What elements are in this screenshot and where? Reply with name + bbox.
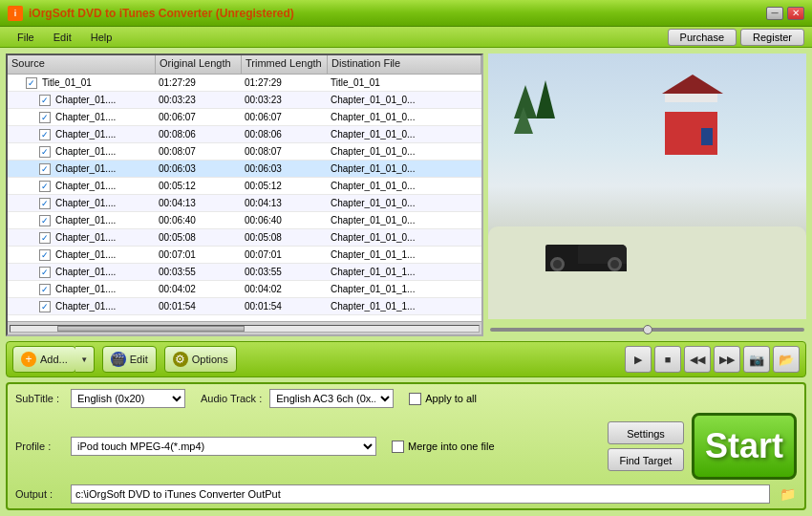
cell-source: ✓ Chapter_01.... (8, 111, 156, 124)
col-header-trim: Trimmed Length (242, 55, 328, 74)
subtitle-select[interactable]: English (0x20) (71, 389, 185, 408)
subtitle-label: SubTitle : (15, 393, 63, 404)
cell-orig: 00:04:13 (156, 197, 242, 209)
cell-trim: 00:03:23 (242, 94, 328, 106)
camera-button[interactable]: 📷 (743, 346, 770, 373)
cell-trim: 00:04:13 (242, 197, 328, 209)
play-button[interactable]: ▶ (625, 346, 652, 373)
start-button[interactable]: Start (692, 413, 797, 480)
cell-source: ✓ Chapter_01.... (8, 214, 156, 227)
row-checkbox[interactable]: ✓ (39, 267, 51, 278)
cell-orig: 00:08:06 (156, 128, 242, 140)
register-button[interactable]: Register (740, 29, 804, 46)
stop-button[interactable]: ■ (654, 346, 681, 373)
file-list-header: Source Original Length Trimmed Length Di… (8, 55, 481, 75)
purchase-button[interactable]: Purchase (668, 29, 737, 46)
row-checkbox[interactable]: ✓ (39, 249, 51, 261)
cell-dest: Chapter_01_01_0... (328, 162, 481, 175)
table-row[interactable]: ✓ Chapter_01.... 00:03:23 00:03:23 Chapt… (8, 92, 481, 109)
cell-dest: Chapter_01_01_1... (328, 266, 481, 278)
add-dropdown-button[interactable]: ▼ (75, 346, 95, 373)
next-button[interactable]: ▶▶ (714, 346, 740, 373)
edit-button[interactable]: 🎬 Edit (102, 346, 157, 373)
merge-checkbox[interactable] (392, 441, 404, 453)
cell-orig: 00:07:01 (156, 248, 242, 261)
table-row[interactable]: ✓ Chapter_01.... 00:05:08 00:05:08 Chapt… (8, 229, 481, 247)
col-header-dest: Distination File (328, 55, 481, 74)
settings-button[interactable]: Settings (608, 421, 684, 444)
hscroll-thumb[interactable] (57, 326, 245, 332)
cell-source: ✓ Chapter_01.... (8, 283, 156, 296)
output-folder-icon[interactable]: 📁 (778, 484, 797, 504)
minimize-button[interactable]: ─ (766, 7, 783, 20)
folder-button[interactable]: 📂 (773, 346, 800, 373)
row-checkbox[interactable]: ✓ (39, 181, 51, 192)
row-checkbox[interactable]: ✓ (39, 232, 51, 244)
cell-dest: Title_01_01 (328, 76, 481, 89)
profile-select[interactable]: iPod touch MPEG-4(*.mp4) (71, 437, 376, 456)
table-row[interactable]: ✓ Chapter_01.... 00:08:06 00:08:06 Chapt… (8, 126, 481, 143)
row-checkbox[interactable]: ✓ (39, 146, 51, 158)
file-list-body[interactable]: ✓ Title_01_01 01:27:29 01:27:29 Title_01… (8, 75, 481, 321)
app-title: iOrgSoft DVD to iTunes Converter (Unregi… (29, 7, 762, 20)
menu-help[interactable]: Help (81, 30, 122, 45)
close-button[interactable]: ✕ (787, 7, 804, 20)
cell-dest: Chapter_01_01_1... (328, 283, 481, 295)
preview-thumb[interactable] (643, 325, 652, 334)
row-checkbox[interactable]: ✓ (39, 95, 51, 106)
preview-area (488, 54, 806, 336)
row-checkbox[interactable]: ✓ (39, 215, 51, 226)
cell-dest: Chapter_01_01_0... (328, 111, 481, 123)
options-button[interactable]: ⚙ Options (164, 346, 237, 373)
cell-dest: Chapter_01_01_0... (328, 128, 481, 140)
table-row[interactable]: ✓ Chapter_01.... 00:04:02 00:04:02 Chapt… (8, 281, 481, 298)
cell-orig: 00:03:55 (156, 266, 242, 278)
prev-button[interactable]: ◀◀ (684, 346, 711, 373)
apply-to-all-checkbox[interactable] (409, 393, 421, 405)
cell-orig: 00:03:23 (156, 94, 242, 106)
output-input[interactable] (71, 484, 770, 504)
cell-orig: 00:06:40 (156, 214, 242, 226)
audio-label: Audio Track : (201, 393, 262, 404)
cell-source: ✓ Chapter_01.... (8, 197, 156, 210)
col-header-source: Source (8, 55, 156, 74)
apply-to-all-area: Apply to all (409, 393, 477, 405)
row-checkbox[interactable]: ✓ (39, 163, 51, 175)
cell-trim: 00:03:55 (242, 266, 328, 278)
table-row[interactable]: ✓ Chapter_01.... 00:04:13 00:04:13 Chapt… (8, 195, 481, 212)
preview-track[interactable] (490, 328, 804, 332)
audio-select[interactable]: English AC3 6ch (0x... (269, 389, 394, 408)
row-checkbox[interactable]: ✓ (39, 129, 51, 140)
apply-to-all-label: Apply to all (425, 393, 477, 404)
table-row[interactable]: ✓ Chapter_01.... 00:01:54 00:01:54 Chapt… (8, 298, 481, 315)
cell-orig: 01:27:29 (156, 76, 242, 89)
cell-dest: Chapter_01_01_0... (328, 231, 481, 244)
cell-dest: Chapter_01_01_0... (328, 145, 481, 158)
row-checkbox[interactable]: ✓ (39, 198, 51, 209)
row-checkbox[interactable]: ✓ (26, 77, 37, 89)
table-row[interactable]: ✓ Chapter_01.... 00:06:03 00:06:03 Chapt… (8, 161, 481, 178)
menu-file[interactable]: File (8, 30, 44, 45)
row-checkbox[interactable]: ✓ (39, 112, 51, 123)
add-button[interactable]: + Add... (12, 346, 76, 373)
find-target-button[interactable]: Find Target (608, 448, 684, 471)
table-row[interactable]: ✓ Title_01_01 01:27:29 01:27:29 Title_01… (8, 75, 481, 92)
horizontal-scrollbar[interactable] (8, 321, 481, 334)
cell-dest: Chapter_01_01_1... (328, 300, 481, 312)
menu-edit[interactable]: Edit (44, 30, 81, 45)
row-checkbox[interactable]: ✓ (39, 284, 51, 295)
hscroll-track[interactable] (10, 325, 480, 333)
cell-dest: Chapter_01_01_0... (328, 180, 481, 192)
cell-trim: 00:06:07 (242, 111, 328, 123)
cell-orig: 00:01:54 (156, 300, 242, 312)
row-checkbox[interactable]: ✓ (39, 301, 51, 312)
table-row[interactable]: ✓ Chapter_01.... 00:08:07 00:08:07 Chapt… (8, 143, 481, 161)
preview-slider[interactable] (488, 323, 806, 336)
table-row[interactable]: ✓ Chapter_01.... 00:06:07 00:06:07 Chapt… (8, 109, 481, 126)
table-row[interactable]: ✓ Chapter_01.... 00:07:01 00:07:01 Chapt… (8, 247, 481, 264)
table-row[interactable]: ✓ Chapter_01.... 00:06:40 00:06:40 Chapt… (8, 212, 481, 229)
cell-orig: 00:04:02 (156, 283, 242, 295)
table-row[interactable]: ✓ Chapter_01.... 00:03:55 00:03:55 Chapt… (8, 264, 481, 281)
table-row[interactable]: ✓ Chapter_01.... 00:05:12 00:05:12 Chapt… (8, 178, 481, 195)
cell-orig: 00:05:12 (156, 180, 242, 192)
